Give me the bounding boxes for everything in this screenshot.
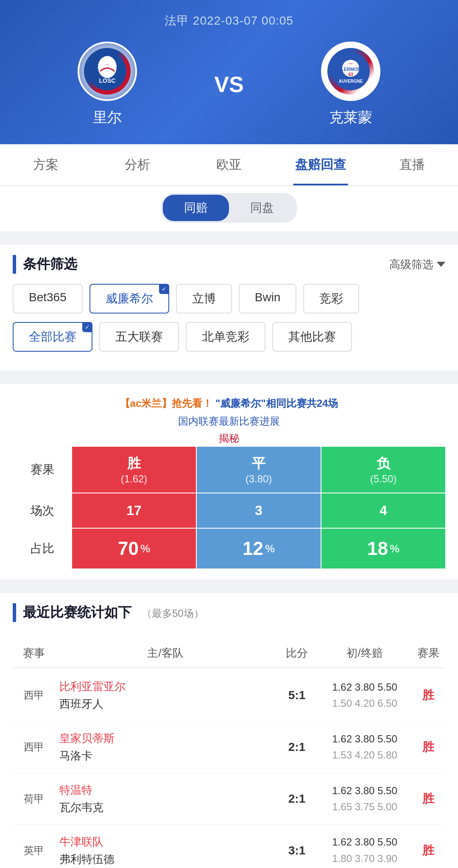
tab-analysis[interactable]: 分析	[92, 144, 183, 185]
away-team-block: CLERMONT 63 AUVERGNE 克莱蒙	[261, 42, 441, 127]
win-odds: (1.62)	[121, 473, 148, 485]
match-league-1: 西甲	[13, 740, 55, 754]
match-row: 英甲 牛津联队 弗利特伍德 3:1 1.62 3.80 5.50 1.80 3.…	[13, 825, 445, 868]
away-logo-inner: CLERMONT 63 AUVERGNE	[327, 48, 374, 95]
tab-plan[interactable]: 方案	[0, 144, 92, 185]
match-away-3: 弗利特伍德	[59, 852, 271, 867]
competition-chips: 全部比赛 五大联赛 北单竞彩 其他比赛	[13, 322, 445, 352]
divider-2	[0, 370, 458, 377]
divider-3	[0, 580, 458, 586]
promo-line2: 国内联赛最新比赛进展	[13, 413, 445, 430]
match-result-3: 胜	[411, 843, 445, 859]
sub-tab-same-pan[interactable]: 同盘	[229, 195, 295, 221]
loss-count: 4	[321, 493, 445, 528]
recent-title: 最近比赛统计如下	[13, 603, 131, 622]
svg-text:LOSC: LOSC	[99, 77, 115, 84]
match-teams-2: 特温特 瓦尔韦克	[55, 783, 276, 815]
teams-container: LOSC 里尔 VS CLERMONT 63 AUVERGNE	[17, 42, 441, 127]
match-table-header: 赛事 主/客队 比分 初/终赔 赛果	[13, 639, 445, 668]
match-home-0: 比利亚雷亚尔	[59, 679, 271, 694]
match-odds-3: 1.62 3.80 5.50 1.80 3.70 3.90	[318, 834, 411, 867]
filter-header: 条件筛选 高级筛选	[13, 255, 445, 274]
win-count: 17	[72, 493, 196, 528]
match-away-2: 瓦尔韦克	[59, 800, 271, 815]
svg-point-1	[98, 56, 117, 78]
header-league: 赛事	[13, 646, 55, 661]
win-pct: 70%	[72, 529, 196, 568]
count-row: 场次 17 3 4	[13, 493, 445, 528]
svg-text:CLERMONT: CLERMONT	[338, 67, 364, 72]
stats-section: 【ac米兰】抢先看！ "威廉希尔"相同比赛共24场 国内联赛最新比赛进展 揭秘 …	[0, 384, 458, 580]
odds-initial-0: 1.62 3.80 5.50	[318, 679, 411, 695]
match-odds-1: 1.62 3.80 5.50 1.53 4.20 5.80	[318, 731, 411, 764]
result-header-row: 赛果 胜 (1.62) 平 (3.80) 负 (5.50)	[13, 447, 445, 493]
count-cells: 17 3 4	[72, 493, 445, 528]
chip-five-leagues[interactable]: 五大联赛	[99, 322, 179, 352]
chip-all-matches[interactable]: 全部比赛	[13, 322, 92, 352]
odds-final-2: 1.65 3.75 5.00	[318, 799, 411, 815]
count-row-label: 场次	[13, 493, 72, 528]
header-result: 赛果	[411, 646, 445, 661]
header-teams: 主/客队	[55, 646, 276, 661]
match-league-3: 英甲	[13, 844, 55, 857]
result-row-label: 赛果	[13, 447, 72, 493]
match-league-0: 西甲	[13, 689, 55, 702]
chip-bet365[interactable]: Bet365	[13, 284, 83, 314]
match-result-2: 胜	[411, 791, 445, 807]
chip-libo[interactable]: 立博	[176, 284, 232, 314]
match-date: 法甲 2022-03-07 00:05	[165, 13, 293, 29]
home-logo-inner: LOSC	[84, 48, 131, 95]
header-score: 比分	[276, 646, 318, 661]
draw-count: 3	[197, 493, 321, 528]
promo-line3: 揭秘	[13, 430, 445, 447]
filter-title: 条件筛选	[13, 255, 77, 274]
home-team-name: 里尔	[93, 108, 122, 127]
sub-tab-same-odds[interactable]: 同赔	[163, 195, 229, 221]
pct-cells: 70% 12% 18%	[72, 529, 445, 568]
match-away-1: 马洛卡	[59, 748, 271, 763]
draw-pct: 12%	[197, 529, 321, 568]
match-league-2: 荷甲	[13, 792, 55, 806]
pct-row: 占比 70% 12% 18%	[13, 529, 445, 568]
match-teams-1: 皇家贝蒂斯 马洛卡	[55, 731, 276, 763]
sub-tabs-container: 同赔 同盘	[0, 186, 458, 231]
svg-text:63: 63	[349, 72, 354, 77]
tab-ouya[interactable]: 欧亚	[183, 144, 275, 185]
odds-final-1: 1.53 4.20 5.80	[318, 747, 411, 763]
match-odds-0: 1.62 3.80 5.50 1.50 4.20 6.50	[318, 679, 411, 712]
vs-label: VS	[197, 72, 260, 97]
tab-pan-pei[interactable]: 盘赔回查	[275, 144, 366, 185]
advanced-filter-button[interactable]: 高级筛选	[389, 257, 445, 272]
recent-section: 最近比赛统计如下 （最多50场） 赛事 主/客队 比分 初/终赔 赛果 西甲 比…	[0, 593, 458, 868]
draw-odds: (3.80)	[246, 473, 272, 485]
odds-initial-3: 1.62 3.80 5.50	[318, 834, 411, 850]
odds-final-3: 1.80 3.70 3.90	[318, 851, 411, 867]
away-team-name: 克莱蒙	[329, 108, 372, 127]
loss-outcome-cell: 负 (5.50)	[321, 447, 445, 493]
match-row: 西甲 皇家贝蒂斯 马洛卡 2:1 1.62 3.80 5.50 1.53 4.2…	[13, 722, 445, 773]
away-team-logo: CLERMONT 63 AUVERGNE	[321, 42, 380, 101]
loss-label: 负	[377, 454, 390, 473]
nav-tabs: 方案 分析 欧亚 盘赔回查 直播	[0, 144, 458, 186]
match-result-0: 胜	[411, 687, 445, 703]
chip-other-matches[interactable]: 其他比赛	[272, 322, 352, 352]
match-home-3: 牛津联队	[59, 834, 271, 849]
advanced-filter-label: 高级筛选	[389, 257, 433, 272]
home-team-block: LOSC 里尔	[17, 42, 197, 127]
chip-bwin[interactable]: Bwin	[239, 284, 297, 314]
chip-jingcai[interactable]: 竞彩	[303, 284, 359, 314]
win-outcome-cell: 胜 (1.62)	[72, 447, 196, 493]
filter-section: 条件筛选 高级筛选 Bet365 威廉希尔 立博 Bwin 竞彩 全部比赛 五大…	[0, 245, 458, 370]
tab-live[interactable]: 直播	[366, 144, 458, 185]
svg-text:AUVERGNE: AUVERGNE	[339, 79, 363, 84]
divider-1	[0, 231, 458, 238]
recent-subtitle: （最多50场）	[142, 607, 204, 620]
chip-william-hill[interactable]: 威廉希尔	[89, 284, 169, 314]
match-row: 荷甲 特温特 瓦尔韦克 2:1 1.62 3.80 5.50 1.65 3.75…	[13, 773, 445, 825]
chip-beidan[interactable]: 北单竞彩	[186, 322, 265, 352]
draw-outcome-cell: 平 (3.80)	[197, 447, 321, 493]
bookmaker-chips: Bet365 威廉希尔 立博 Bwin 竞彩	[13, 284, 445, 314]
win-label: 胜	[127, 454, 141, 473]
match-odds-2: 1.62 3.80 5.50 1.65 3.75 5.00	[318, 783, 411, 815]
home-team-logo: LOSC	[78, 42, 137, 101]
